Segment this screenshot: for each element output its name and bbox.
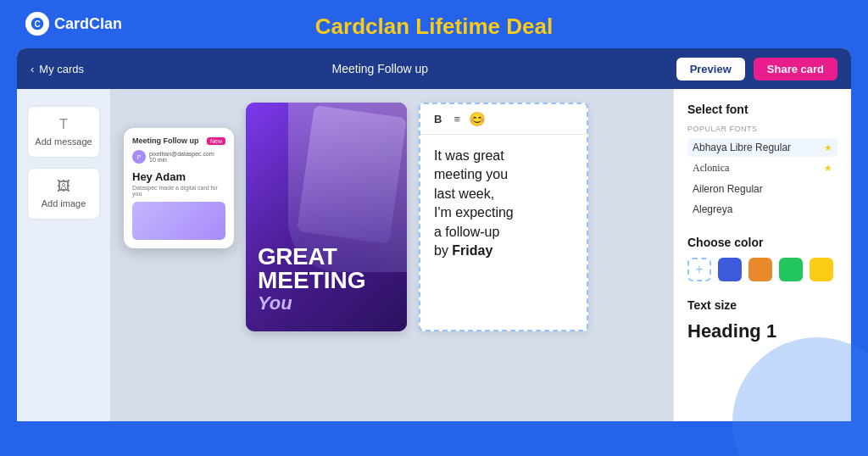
font-item-aileron[interactable]: Aileron Regular (687, 180, 837, 198)
main-content: T Add message 🖼 Add image Meeting Follow… (17, 89, 851, 421)
color-swatches: + (687, 258, 837, 281)
top-section: C CardClan Cardclan Lifetime Deal (0, 0, 868, 48)
phone-sender: P pixelhan@dataspec.com 10 min (132, 150, 225, 164)
phone-header: Meeting Follow up New (132, 136, 225, 145)
color-swatch-green[interactable] (779, 258, 803, 281)
color-section: Choose color + (687, 236, 837, 281)
add-color-button[interactable]: + (687, 258, 711, 281)
preview-button[interactable]: Preview (676, 58, 745, 81)
nav-back-label: My cards (39, 63, 84, 75)
logo-text: CardClan (54, 15, 122, 33)
text-size-value: Heading 1 (687, 320, 837, 342)
share-card-button[interactable]: Share card (754, 58, 837, 81)
font-star-aclonica: ★ (824, 163, 832, 174)
right-panel: Select font Popular fonts Abhaya Libre R… (673, 89, 851, 421)
left-sidebar: T Add message 🖼 Add image (17, 89, 110, 421)
add-image-button[interactable]: 🖼 Add image (27, 168, 100, 220)
color-swatch-yellow[interactable] (810, 258, 833, 281)
page-title: Cardclan Lifetime Deal (315, 14, 553, 40)
font-name-aclonica: Aclonica (693, 162, 729, 175)
text-toolbar: B ≡ 😊 (420, 104, 587, 135)
text-line1: It was greatmeeting youlast week,I'm exp… (434, 148, 514, 258)
color-section-title: Choose color (687, 236, 837, 249)
font-item-aclonica[interactable]: Aclonica ★ (687, 158, 837, 178)
sender-time: 10 min (149, 157, 214, 163)
font-name-aileron: Aileron Regular (693, 183, 763, 195)
sender-email: pixelhan@dataspec.com (149, 151, 214, 157)
font-star-abhaya: ★ (824, 142, 832, 153)
font-category-label: Popular fonts (687, 125, 837, 133)
phone-card-title: Meeting Follow up (132, 136, 199, 145)
emoji-button[interactable]: 😊 (469, 111, 486, 127)
font-name-abhaya: Abhaya Libre Regular (693, 142, 791, 153)
svg-text:C: C (34, 19, 40, 29)
font-name-alegreya: Alegreya (693, 203, 732, 215)
phone-image-placeholder (132, 202, 225, 240)
text-size-title: Text size (687, 298, 837, 312)
nav-back-button[interactable]: ‹ My cards (31, 63, 84, 75)
add-message-label: Add message (35, 136, 92, 147)
canvas-area: Meeting Follow up New P pixelhan@dataspe… (110, 89, 673, 421)
logo-icon: C (25, 12, 49, 36)
image-icon: 🖼 (57, 179, 70, 194)
app-container: ‹ My cards Meeting Follow up Preview Sha… (17, 48, 851, 421)
color-swatch-orange[interactable] (748, 258, 772, 281)
bold-button[interactable]: B (431, 111, 445, 127)
card-line2: MEETING (258, 269, 395, 292)
phone-badge: New (207, 137, 225, 145)
sender-info: pixelhan@dataspec.com 10 min (149, 151, 214, 163)
text-bold-friday: Friday (452, 243, 492, 258)
font-item-alegreya[interactable]: Alegreya (687, 200, 837, 219)
text-size-section: Text size Heading 1 (687, 298, 837, 342)
back-arrow-icon: ‹ (31, 63, 34, 75)
font-item-abhaya[interactable]: Abhaya Libre Regular ★ (687, 138, 837, 157)
text-icon: T (59, 117, 68, 132)
nav-card-title: Meeting Follow up (332, 62, 429, 75)
color-swatch-blue[interactable] (718, 258, 742, 281)
font-section-title: Select font (687, 103, 837, 116)
sender-avatar: P (132, 150, 146, 164)
card-template[interactable]: GREAT MEETING You (246, 103, 407, 331)
align-button[interactable]: ≡ (453, 113, 460, 125)
text-content[interactable]: It was greatmeeting youlast week,I'm exp… (420, 135, 587, 330)
phone-mockup: Meeting Follow up New P pixelhan@dataspe… (124, 128, 234, 248)
phone-greeting: Hey Adam (132, 170, 225, 183)
add-image-label: Add image (42, 198, 86, 209)
card-line3: You (258, 292, 395, 314)
add-message-button[interactable]: T Add message (27, 106, 100, 158)
card-meeting-text: GREAT MEETING You (258, 245, 395, 314)
card-line1: GREAT (258, 245, 395, 269)
phone-subtext: Dataspec made a digital card for you (132, 185, 225, 197)
nav-bar: ‹ My cards Meeting Follow up Preview Sha… (17, 48, 851, 89)
active-card[interactable]: B ≡ 😊 It was greatmeeting youlast week,I… (419, 103, 588, 331)
logo-area: C CardClan (25, 12, 122, 36)
font-section: Select font Popular fonts Abhaya Libre R… (687, 103, 837, 219)
nav-actions: Preview Share card (676, 58, 837, 81)
